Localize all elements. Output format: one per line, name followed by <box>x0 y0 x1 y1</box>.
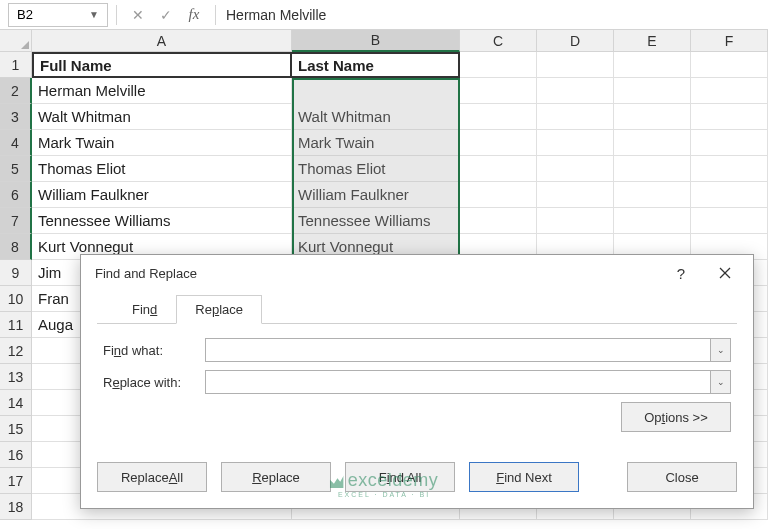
close-dialog-button[interactable]: Close <box>627 462 737 492</box>
cell[interactable]: Full Name <box>32 52 292 78</box>
name-box-dropdown-icon[interactable]: ▼ <box>89 9 99 20</box>
row-header[interactable]: 16 <box>0 442 32 468</box>
tab-replace[interactable]: Replace <box>176 295 262 324</box>
cell[interactable]: William Faulkner <box>292 182 460 208</box>
row-header[interactable]: 10 <box>0 286 32 312</box>
dialog-title: Find and Replace <box>95 266 659 281</box>
cell[interactable] <box>691 78 768 104</box>
cell[interactable] <box>537 130 614 156</box>
row-1: 1Full NameLast Name <box>0 52 768 78</box>
cell[interactable]: William Faulkner <box>32 182 292 208</box>
cell[interactable] <box>691 130 768 156</box>
formula-input[interactable]: Herman Melville <box>216 5 768 25</box>
cell[interactable]: Walt Whitman <box>292 104 460 130</box>
replace-with-input[interactable] <box>205 370 711 394</box>
cell[interactable]: Mark Twain <box>32 130 292 156</box>
find-what-label: Find what: <box>103 343 197 358</box>
cell[interactable] <box>614 104 691 130</box>
cell[interactable] <box>537 156 614 182</box>
dialog-titlebar[interactable]: Find and Replace ? <box>81 255 753 291</box>
cell[interactable] <box>460 104 537 130</box>
find-what-dropdown[interactable]: ⌄ <box>711 338 731 362</box>
replace-with-label: Replace with: <box>103 375 197 390</box>
col-header-F[interactable]: F <box>691 30 768 52</box>
close-button[interactable] <box>703 257 747 289</box>
cell[interactable]: Tennessee Williams <box>292 208 460 234</box>
replace-button[interactable]: Replace <box>221 462 331 492</box>
name-box[interactable]: B2 ▼ <box>8 3 108 27</box>
cell[interactable]: Herman Melville <box>32 78 292 104</box>
row-header[interactable]: 5 <box>0 156 32 182</box>
row-header[interactable]: 6 <box>0 182 32 208</box>
row-header[interactable]: 4 <box>0 130 32 156</box>
row-header[interactable]: 3 <box>0 104 32 130</box>
cell[interactable] <box>614 130 691 156</box>
cell[interactable]: Walt Whitman <box>32 104 292 130</box>
row-header[interactable]: 1 <box>0 52 32 78</box>
cell[interactable] <box>460 130 537 156</box>
cell[interactable] <box>537 208 614 234</box>
select-all-corner[interactable] <box>0 30 32 52</box>
col-header-E[interactable]: E <box>614 30 691 52</box>
cell[interactable] <box>614 78 691 104</box>
cell[interactable] <box>537 78 614 104</box>
row-header[interactable]: 2 <box>0 78 32 104</box>
row-header[interactable]: 17 <box>0 468 32 494</box>
cell[interactable] <box>537 104 614 130</box>
cell[interactable] <box>460 182 537 208</box>
name-box-value: B2 <box>17 7 33 22</box>
cell[interactable] <box>537 52 614 78</box>
row-header[interactable]: 14 <box>0 390 32 416</box>
options-button[interactable]: Options >> <box>621 402 731 432</box>
cell[interactable] <box>460 156 537 182</box>
cell[interactable]: Last Name <box>292 52 460 78</box>
cell[interactable] <box>614 208 691 234</box>
cell[interactable]: Tennessee Williams <box>32 208 292 234</box>
cell[interactable] <box>537 182 614 208</box>
tab-find[interactable]: Find <box>113 295 176 324</box>
tab-panel-replace: Find what: ⌄ Replace with: ⌄ Options >> <box>97 323 737 438</box>
cell[interactable] <box>691 208 768 234</box>
row-3: 3Walt WhitmanWalt Whitman <box>0 104 768 130</box>
formula-bar: B2 ▼ ✕ ✓ fx Herman Melville <box>0 0 768 30</box>
row-header[interactable]: 18 <box>0 494 32 520</box>
row-header[interactable]: 8 <box>0 234 32 260</box>
cell[interactable] <box>460 52 537 78</box>
col-header-B[interactable]: B <box>292 30 460 52</box>
confirm-icon: ✓ <box>157 7 175 23</box>
row-header[interactable]: 15 <box>0 416 32 442</box>
cell[interactable] <box>614 182 691 208</box>
cell[interactable] <box>460 208 537 234</box>
cell[interactable]: Thomas Eliot <box>292 156 460 182</box>
find-next-button[interactable]: Find Next <box>469 462 579 492</box>
find-what-input[interactable] <box>205 338 711 362</box>
replace-all-button[interactable]: Replace All <box>97 462 207 492</box>
cell[interactable]: Thomas Eliot <box>32 156 292 182</box>
cell[interactable] <box>691 52 768 78</box>
find-all-button[interactable]: Find All <box>345 462 455 492</box>
help-button[interactable]: ? <box>659 257 703 289</box>
cell[interactable]: Mark Twain <box>292 130 460 156</box>
row-header[interactable]: 7 <box>0 208 32 234</box>
row-7: 7Tennessee WilliamsTennessee Williams <box>0 208 768 234</box>
cell[interactable]: Herman Melville <box>292 78 460 104</box>
cell[interactable] <box>614 52 691 78</box>
row-header[interactable]: 9 <box>0 260 32 286</box>
replace-with-dropdown[interactable]: ⌄ <box>711 370 731 394</box>
col-header-C[interactable]: C <box>460 30 537 52</box>
fx-icon[interactable]: fx <box>185 6 203 23</box>
close-icon <box>719 267 731 279</box>
find-replace-dialog: Find and Replace ? Find Replace Find wha… <box>80 254 754 509</box>
row-header[interactable]: 13 <box>0 364 32 390</box>
cell[interactable] <box>691 156 768 182</box>
row-header[interactable]: 11 <box>0 312 32 338</box>
col-header-A[interactable]: A <box>32 30 292 52</box>
cell[interactable] <box>614 156 691 182</box>
col-header-D[interactable]: D <box>537 30 614 52</box>
cell[interactable] <box>691 182 768 208</box>
row-6: 6William FaulknerWilliam Faulkner <box>0 182 768 208</box>
cell[interactable] <box>460 78 537 104</box>
row-header[interactable]: 12 <box>0 338 32 364</box>
column-headers: A B C D E F <box>0 30 768 52</box>
cell[interactable] <box>691 104 768 130</box>
